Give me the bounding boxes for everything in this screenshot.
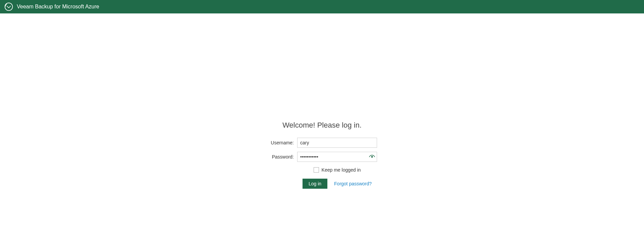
- keep-logged-in-checkbox[interactable]: [314, 167, 319, 173]
- app-title: Veeam Backup for Microsoft Azure: [17, 4, 99, 10]
- show-password-icon[interactable]: [369, 154, 375, 159]
- veeam-logo-icon: [4, 2, 13, 11]
- svg-point-1: [371, 156, 373, 158]
- username-row: Username:: [267, 138, 377, 148]
- keep-logged-in-row: Keep me logged in: [314, 167, 361, 173]
- username-label: Username:: [267, 140, 294, 145]
- username-input[interactable]: [297, 138, 377, 148]
- login-button[interactable]: Log in: [303, 179, 327, 189]
- svg-point-0: [5, 3, 13, 11]
- username-input-wrapper: [297, 138, 377, 148]
- app-header: Veeam Backup for Microsoft Azure: [0, 0, 644, 13]
- button-row: Log in Forgot password?: [303, 179, 372, 189]
- password-label: Password:: [267, 154, 294, 160]
- password-row: Password:: [267, 152, 377, 162]
- forgot-password-link[interactable]: Forgot password?: [334, 181, 372, 186]
- welcome-heading: Welcome! Please log in.: [282, 121, 362, 130]
- password-input[interactable]: [297, 152, 377, 162]
- password-input-wrapper: [297, 152, 377, 162]
- login-form: Welcome! Please log in. Username: Passwo…: [0, 121, 644, 189]
- keep-logged-in-label: Keep me logged in: [322, 167, 361, 173]
